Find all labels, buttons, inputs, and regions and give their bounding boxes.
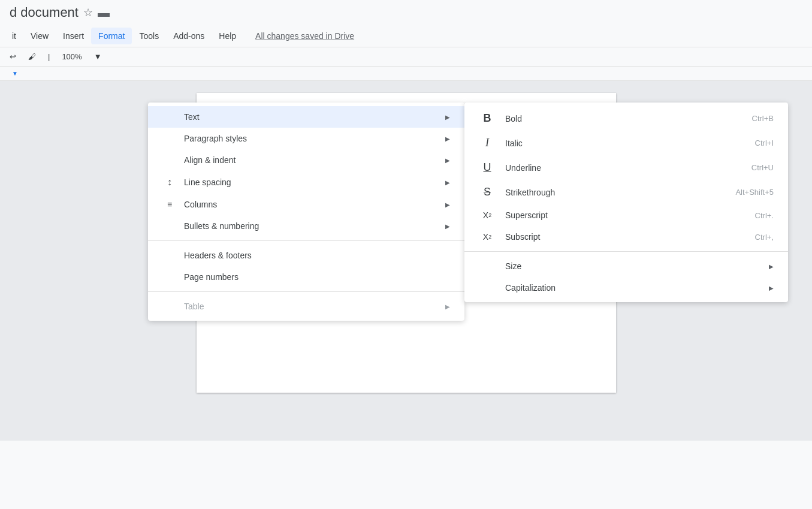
linespacing-arrow-icon: ▶ (445, 179, 450, 186)
doc-area: X3| Text ▶ Paragraph styles ▶ Align & in… (0, 81, 812, 441)
format-bullets-label: Bullets & numbering (184, 221, 259, 231)
size-arrow-icon: ▶ (769, 263, 774, 270)
format-menu-text[interactable]: Text ▶ (148, 106, 464, 128)
divider-1 (148, 240, 464, 241)
bullets-arrow-icon: ▶ (445, 223, 450, 230)
submenu-strikethrough-label: Strikethrough (505, 188, 555, 197)
menu-item-format[interactable]: Format (91, 28, 132, 44)
submenu-underline-label: Underline (505, 163, 541, 173)
columns-icon: ≡ (162, 200, 177, 209)
format-table-label: Table (184, 302, 204, 311)
zoom-display: 100% (57, 50, 86, 64)
save-status: All changes saved in Drive (255, 31, 354, 41)
format-menu-columns[interactable]: ≡ Columns ▶ (148, 194, 464, 215)
star-icon[interactable]: ☆ (83, 6, 93, 19)
format-menu-table[interactable]: Table ▶ (148, 296, 464, 317)
format-menu-paragraph[interactable]: Paragraph styles ▶ (148, 128, 464, 149)
format-menu-pagenumbers[interactable]: Page numbers (148, 266, 464, 288)
toolbar-paint[interactable]: 🖌 (23, 50, 41, 64)
ruler-indicator: ▼ (12, 70, 18, 77)
submenu-subscript[interactable]: X2 Subscript Ctrl+, (464, 226, 788, 248)
submenu-size-label: Size (505, 261, 521, 271)
format-text-label: Text (184, 112, 200, 122)
toolbar-undo[interactable]: ↩ (5, 50, 21, 64)
bold-shortcut: Ctrl+B (752, 114, 774, 123)
toolbar-separator: | (43, 50, 55, 64)
format-pagenumbers-label: Page numbers (184, 272, 239, 282)
menu-bar: it View Insert Format Tools Add-ons Help… (0, 25, 812, 47)
italic-shortcut: Ctrl+I (755, 138, 774, 147)
text-submenu: B Bold Ctrl+B I Italic Ctrl+I U Underlin… (464, 103, 788, 302)
submenu-size[interactable]: Size ▶ (464, 255, 788, 277)
submenu-superscript[interactable]: X2 Superscript Ctrl+. (464, 204, 788, 226)
format-menu-bullets[interactable]: Bullets & numbering ▶ (148, 215, 464, 237)
top-bar: d document ☆ ▬ (0, 0, 812, 25)
paragraph-arrow-icon: ▶ (445, 135, 450, 142)
strikethrough-shortcut: Alt+Shift+5 (735, 188, 774, 197)
table-arrow-icon: ▶ (445, 303, 450, 310)
submenu-capitalization-label: Capitalization (505, 283, 556, 293)
subscript-icon: X2 (479, 232, 496, 242)
capitalization-arrow-icon: ▶ (769, 285, 774, 291)
zoom-dropdown[interactable]: ▼ (89, 50, 107, 64)
subscript-shortcut: Ctrl+, (755, 233, 774, 242)
folder-icon[interactable]: ▬ (98, 6, 110, 20)
submenu-underline[interactable]: U Underline Ctrl+U (464, 155, 788, 180)
format-dropdown: Text ▶ Paragraph styles ▶ Align & indent… (148, 103, 464, 321)
menu-item-tools[interactable]: Tools (132, 28, 166, 44)
superscript-icon: X2 (479, 210, 496, 220)
align-arrow-icon: ▶ (445, 157, 450, 164)
menu-item-edit[interactable]: it (5, 28, 23, 44)
submenu-bold-label: Bold (505, 114, 522, 124)
format-paragraph-label: Paragraph styles (184, 134, 247, 143)
submenu-strikethrough[interactable]: S Strikethrough Alt+Shift+5 (464, 180, 788, 204)
menu-item-addons[interactable]: Add-ons (166, 28, 212, 44)
submenu-capitalization[interactable]: Capitalization ▶ (464, 277, 788, 299)
format-linespacing-label: Line spacing (184, 177, 231, 187)
format-menu-align[interactable]: Align & indent ▶ (148, 149, 464, 171)
format-menu-headers[interactable]: Headers & footers (148, 245, 464, 266)
format-menu-linespacing[interactable]: ↕ Line spacing ▶ (148, 171, 464, 194)
submenu-bold[interactable]: B Bold Ctrl+B (464, 106, 788, 131)
linespacing-icon: ↕ (162, 177, 177, 188)
italic-icon: I (479, 137, 496, 149)
bold-icon: B (479, 112, 496, 125)
menu-item-insert[interactable]: Insert (56, 28, 91, 44)
menu-item-view[interactable]: View (23, 28, 56, 44)
submenu-italic-label: Italic (505, 138, 523, 148)
underline-icon: U (479, 161, 496, 174)
format-align-label: Align & indent (184, 155, 236, 165)
toolbar: ↩ 🖌 | 100% ▼ (0, 47, 812, 67)
format-headers-label: Headers & footers (184, 251, 252, 260)
superscript-shortcut: Ctrl+. (755, 211, 774, 220)
text-arrow-icon: ▶ (445, 114, 450, 121)
submenu-superscript-label: Superscript (505, 210, 548, 220)
submenu-divider (464, 251, 788, 252)
doc-title: d document (10, 5, 79, 20)
divider-2 (148, 291, 464, 292)
ruler: ▼ (0, 67, 812, 81)
submenu-italic[interactable]: I Italic Ctrl+I (464, 131, 788, 155)
underline-shortcut: Ctrl+U (751, 163, 774, 172)
columns-arrow-icon: ▶ (445, 201, 450, 208)
submenu-subscript-label: Subscript (505, 232, 540, 242)
format-columns-label: Columns (184, 200, 217, 209)
menu-item-help[interactable]: Help (212, 28, 243, 44)
strikethrough-icon: S (479, 186, 496, 198)
